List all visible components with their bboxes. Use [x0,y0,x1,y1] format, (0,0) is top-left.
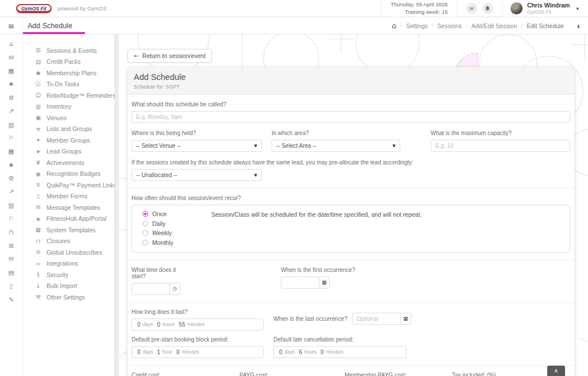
sidebar-item-integrations[interactable]: ∞Integrations [23,258,114,270]
sidebar-item-message-templates[interactable]: ✉Message Templates [23,202,114,213]
store-icon[interactable]: ⊓ [0,225,22,239]
breadcrumb-settings[interactable]: Settings [406,22,428,29]
sidebar-item-fitnesshub-app-portal[interactable]: ◈FitnessHub App/Portal [23,213,114,225]
sidebar-item-bulk-import[interactable]: ⇓Bulk Import [23,281,114,292]
shield-icon[interactable]: ♠ [0,78,22,91]
radio-selected-icon[interactable] [142,211,148,217]
membership-payg-cost-label: Membership PAYG cost: [345,372,434,376]
radio-icon[interactable] [142,221,148,227]
calendar-icon[interactable]: ▦ [0,64,22,78]
calendar-icon[interactable]: ▦ [0,145,22,158]
membership-plans-icon: ◆ [34,70,42,76]
newsletter-icon[interactable]: ✉ [0,252,22,266]
user-menu[interactable]: Chris Windram GymOS Fit ▾ [502,0,588,17]
sidebar-item-inventory[interactable]: ▥Inventory [23,101,114,113]
sidebar-item-quikpay-payment-links[interactable]: ¤QuikPay™ Payment Links [23,179,114,191]
calendar-icon[interactable]: ▦ [319,277,330,289]
recurrence-options-box: Once Daily Weekly [131,205,570,253]
share-icon[interactable]: ↗ [0,185,22,198]
card-header: Add Schedule Schedule for: SGPT [127,67,574,95]
chevron-down-icon: ▾ [576,6,579,11]
home-icon[interactable]: ⌂ [392,21,396,30]
home-icon[interactable]: ⌂ [0,37,22,51]
hamburger-menu-icon[interactable]: ≡ [0,17,23,34]
tab-add-schedule[interactable]: Add Schedule [23,17,85,34]
venue-select[interactable]: -- Select Venue -- ▼ [131,140,262,152]
breadcrumb-add-edit-session[interactable]: Add/Edit Session [471,22,517,29]
capacity-input[interactable] [431,140,570,152]
sidebar-item-member-forms[interactable]: ▯Member Forms [23,191,114,202]
lead-select[interactable]: -- Unallocated -- ▼ [131,169,262,181]
area-select[interactable]: -- Select Area -- ▼ [272,140,400,152]
gears-icon[interactable]: ⚙ [0,172,22,185]
integrations-icon: ∞ [34,260,42,267]
wallet-icon[interactable]: ▤ [0,266,22,279]
share-icon[interactable]: ↗ [0,105,22,118]
main-content: ← Return to session/event Add Schedule S… [119,34,588,376]
last-occurrence-input[interactable] [352,313,401,325]
messages-button[interactable]: ✉ [466,3,477,14]
collapse-chevron-icon[interactable]: ‹ [572,21,585,30]
achievements-icon: ♛ [34,159,42,166]
credit-packs-icon: ▤ [34,59,42,65]
sidebar-item-membership-plans[interactable]: ◆Membership Plans [23,67,114,79]
gymos-logo[interactable]: GymOS Fit [16,4,52,13]
calendar-icon[interactable]: ▦ [401,313,411,325]
sidebar-item-sessions-events[interactable]: ⊞Sessions & Events [23,45,114,56]
shield-icon[interactable]: ♠ [0,159,22,172]
pre-start-input[interactable]: 0days 1hour 0minutes [131,346,264,358]
breadcrumb: ⌂ / Settings / Sessions / Add/Edit Sessi… [392,17,588,34]
robonudge-icon: ☺ [34,92,42,98]
add-schedule-card: Add Schedule Schedule for: SGPT What sho… [127,67,574,376]
sidebar-item-recognition-badges[interactable]: ◉Recognition Badges [23,168,114,180]
sidebar-item-member-groups[interactable]: ✦Member Groups [23,135,114,146]
venues-icon: ▣ [34,114,42,121]
recur-option-weekly[interactable]: Weekly [142,229,211,236]
mail-icon[interactable]: ✉ [0,51,22,64]
sidebar-item-to-do-tasks[interactable]: ☑To-Do Tasks [23,79,114,90]
first-occurrence-input[interactable] [281,277,319,289]
recur-option-daily[interactable]: Daily [142,220,211,227]
sidebar-item-system-templates[interactable]: ▦System Templates [23,224,114,236]
breadcrumb-sessions[interactable]: Sessions [438,22,462,29]
sidebar-item-venues[interactable]: ▣Venues [23,112,114,124]
gears-icon[interactable]: ⚙ [0,91,22,105]
caret-down-icon: ▼ [254,144,257,148]
recur-option-once[interactable]: Once [142,210,211,217]
sidebar-item-security[interactable]: §Security [23,269,114,281]
return-to-session-button[interactable]: ← Return to session/event [127,49,212,63]
breadcrumb-separator: / [401,23,403,29]
notifications-button[interactable] [482,3,493,14]
sidebar-item-closures[interactable]: ⊓Closures [23,236,114,247]
tab-bar: ≡ Add Schedule ⌂ / Settings / Sessions /… [0,17,588,34]
sidebar-item-global-unsubscribes[interactable]: ⊘Global Unsubscribes [23,247,114,258]
lead-label: If the sessions created by this schedule… [131,159,570,166]
flag-icon[interactable]: ⚐ [0,132,22,145]
grid-icon[interactable]: ⊞ [0,239,22,252]
recurrence-description: Session/Class will be scheduled for the … [211,210,422,246]
start-time-input[interactable] [131,283,170,295]
sidebar-item-other-settings[interactable]: ⚒Other Settings [23,291,114,303]
library-icon[interactable]: ▥ [0,199,22,212]
duration-input[interactable]: 0days 0hours 55minutes [131,319,264,331]
flag-icon[interactable]: ⚐ [0,212,22,225]
radio-icon[interactable] [142,240,148,245]
document-icon[interactable]: ▯ [0,279,22,293]
sidebar-item-robonudge-reminders[interactable]: ☺RoboNudge™ Reminders [23,90,114,101]
sidebar-item-achievements[interactable]: ♛Achievements [23,157,114,168]
section-divider [127,260,574,260]
library-icon[interactable]: ▥ [0,118,22,131]
caret-down-icon: ▼ [254,173,257,178]
sidebar-item-lead-groups[interactable]: ★Lead Groups [23,146,114,158]
sidebar-item-lists-and-groups[interactable]: ≡Lists and Groups [23,124,114,135]
schedule-name-input[interactable] [131,111,570,123]
bulk-import-icon: ⇓ [34,283,42,289]
fitnesshub-icon: ◈ [34,216,42,222]
recur-option-monthly[interactable]: Monthly [142,239,211,246]
radio-icon[interactable] [142,230,148,236]
pencil-icon[interactable]: ✎ [0,293,22,306]
sidebar-item-credit-packs[interactable]: ▤Credit Packs [23,56,114,68]
clock-icon[interactable]: ◷ [170,283,180,295]
scroll-to-top-button[interactable]: ∧ [547,366,565,376]
late-cancel-input[interactable]: 0days 6hours 0minutes [273,346,407,358]
